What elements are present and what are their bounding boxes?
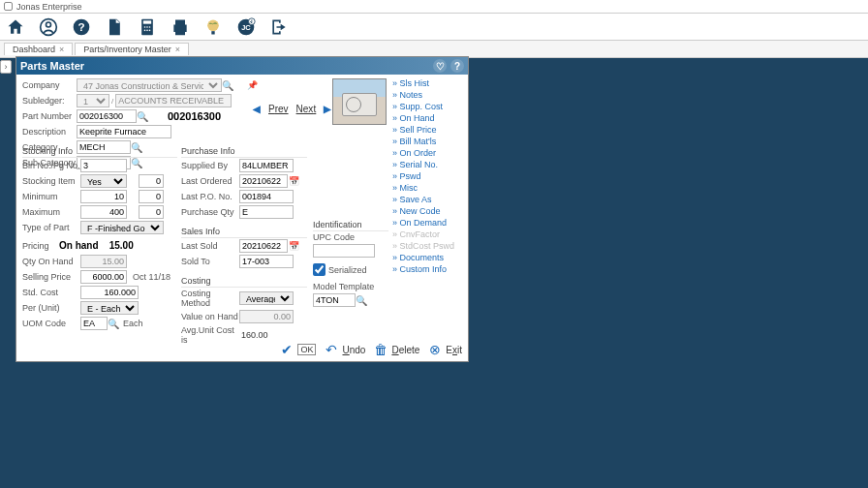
prev-link[interactable]: Prev — [268, 104, 289, 114]
globe-icon[interactable] — [203, 17, 223, 37]
link-sls-hist[interactable]: Sls Hist — [392, 78, 464, 88]
ordered-input[interactable] — [239, 174, 288, 188]
search-icon[interactable]: 🔍 — [222, 79, 233, 91]
svg-point-8 — [149, 26, 151, 28]
subledger-name — [115, 94, 232, 107]
exit-icon[interactable] — [269, 17, 289, 37]
main-toolbar: ? JC — [0, 14, 868, 41]
search-icon[interactable]: 🔍 — [137, 110, 148, 122]
ok-button[interactable]: ✔OK — [279, 342, 316, 357]
max-input[interactable] — [80, 205, 127, 219]
link-custom-info[interactable]: Custom Info — [392, 264, 464, 274]
link-on-demand[interactable]: On Demand — [392, 218, 464, 228]
help-icon[interactable]: ? — [72, 17, 91, 37]
uom-input[interactable] — [80, 317, 108, 330]
last-sold-input[interactable] — [239, 239, 288, 253]
std-cost-input[interactable] — [80, 286, 139, 299]
home-icon[interactable] — [6, 17, 25, 37]
serialized-checkbox[interactable] — [313, 263, 326, 276]
link-pswd[interactable]: Pswd — [392, 171, 464, 181]
part-number-input[interactable] — [77, 109, 137, 123]
value-on-hand — [239, 310, 294, 323]
close-icon[interactable]: × — [175, 45, 180, 54]
search-icon[interactable]: 🔍 — [356, 294, 367, 306]
svg-point-9 — [144, 29, 146, 31]
calendar-icon[interactable]: 📅 — [288, 241, 299, 251]
panel-title: Parts Master — [20, 60, 84, 72]
app-icon — [4, 2, 13, 11]
part-image[interactable] — [332, 78, 387, 125]
calendar-icon[interactable]: 📅 — [288, 176, 299, 186]
app-title: Jonas Enterprise — [16, 2, 82, 12]
part-number-display: 002016300 — [168, 110, 221, 122]
undo-button[interactable]: ↶Undo — [324, 342, 365, 357]
link-misc[interactable]: Misc — [392, 183, 464, 193]
next-link[interactable]: Next — [296, 104, 317, 114]
link-on-order[interactable]: On Order — [392, 148, 464, 158]
search-icon[interactable]: 🔍 — [108, 318, 119, 329]
svg-text:?: ? — [78, 20, 84, 33]
user-icon[interactable] — [39, 17, 58, 37]
svg-text:JC: JC — [241, 23, 251, 32]
stocking-item-select[interactable]: Yes — [80, 174, 127, 188]
link-on-hand[interactable]: On Hand — [392, 113, 464, 123]
exit-button[interactable]: ⊗Exit — [427, 342, 462, 357]
link-new-code[interactable]: New Code — [392, 206, 464, 216]
svg-point-1 — [46, 22, 51, 27]
link-save-as[interactable]: Save As — [392, 195, 464, 204]
svg-point-7 — [146, 26, 148, 28]
print-icon[interactable] — [170, 17, 190, 37]
link-documents[interactable]: Documents — [392, 253, 464, 262]
per-select[interactable]: E - Each — [80, 301, 139, 315]
subledger-select[interactable]: 1 — [77, 94, 109, 107]
link-supp-cost[interactable]: Supp. Cost — [392, 102, 464, 111]
link-cnvfactor: CnvFactor — [392, 229, 464, 239]
help-icon[interactable]: ? — [450, 59, 464, 73]
calculator-icon[interactable] — [138, 17, 157, 37]
svg-rect-5 — [143, 20, 151, 23]
document-icon[interactable] — [105, 17, 124, 37]
delete-button[interactable]: 🗑Delete — [373, 342, 419, 357]
type-select[interactable]: F -Finished Good — [80, 221, 164, 234]
costing-method-select[interactable]: Average — [239, 291, 294, 305]
svg-rect-13 — [211, 31, 214, 34]
svg-point-11 — [149, 29, 151, 31]
tab-parts-master[interactable]: Parts/Inventory Master× — [75, 43, 189, 55]
sold-to-input[interactable] — [239, 255, 294, 268]
first-arrow[interactable]: ◀ — [253, 104, 261, 114]
link-stdcost-pswd: StdCost Pswd — [392, 241, 464, 251]
parts-master-panel: Parts Master ♡ ? Company 47 Jonas Constr… — [16, 56, 469, 362]
last-arrow[interactable]: ▶ — [324, 104, 331, 114]
description-input[interactable] — [77, 125, 171, 138]
close-icon[interactable]: × — [59, 45, 64, 54]
link-notes[interactable]: Notes — [392, 90, 464, 100]
bin-input[interactable] — [80, 159, 127, 172]
action-links: Sls HistNotesSupp. CostOn HandSell Price… — [392, 78, 464, 276]
upc-input[interactable] — [313, 244, 375, 258]
supplied-input[interactable] — [239, 159, 294, 172]
qty-onhand — [80, 255, 127, 268]
svg-point-12 — [207, 19, 219, 31]
svg-point-10 — [146, 29, 148, 31]
expand-sidebar-button[interactable]: › — [0, 60, 12, 74]
link-bill-mat-ls[interactable]: Bill Mat'ls — [392, 137, 464, 146]
company-select[interactable]: 47 Jonas Construction & Service — [77, 78, 222, 92]
link-sell-price[interactable]: Sell Price — [392, 125, 464, 135]
jc-icon[interactable]: JC — [236, 17, 256, 37]
sell-price-input[interactable] — [80, 270, 127, 284]
tab-dashboard[interactable]: Dashboard× — [4, 43, 73, 55]
link-serial-no-[interactable]: Serial No. — [392, 160, 464, 169]
heart-icon[interactable]: ♡ — [433, 59, 447, 73]
min-input[interactable] — [80, 190, 127, 203]
po-input[interactable] — [239, 190, 294, 203]
svg-point-6 — [144, 26, 146, 28]
pin-icon[interactable]: 📌 — [247, 80, 258, 90]
purchase-qty-input[interactable] — [239, 205, 294, 219]
model-input[interactable] — [313, 293, 356, 307]
